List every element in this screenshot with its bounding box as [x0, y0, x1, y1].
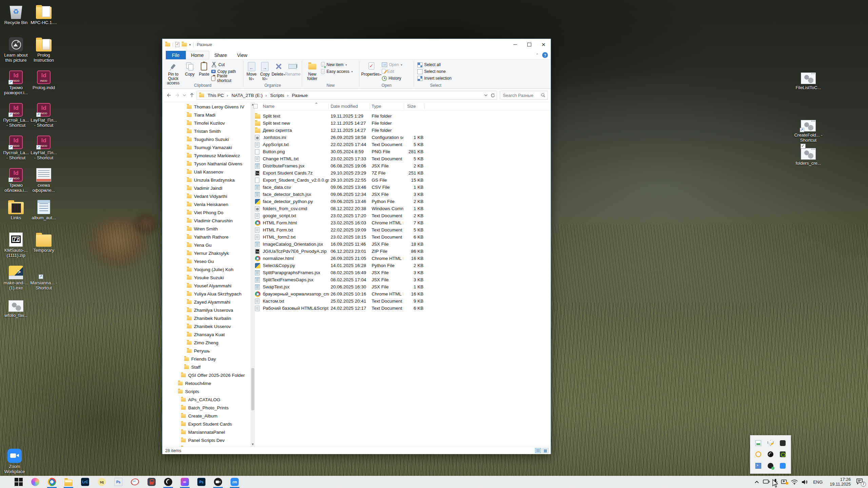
tray-overflow-icon[interactable]: [752, 460, 765, 471]
desktop-icon[interactable]: wfolio_fav...: [2, 295, 30, 327]
forward-button[interactable]: [174, 92, 181, 99]
tree-item[interactable]: Wren Smith: [162, 225, 251, 233]
refresh-icon[interactable]: [490, 93, 495, 98]
display-camera-tray-icon[interactable]: [763, 479, 770, 485]
paste-button[interactable]: Paste: [197, 61, 211, 77]
tree-item[interactable]: Staff: [162, 363, 251, 371]
file-row[interactable]: Select&Copy.py 14.01.2025 16:28 Python F…: [251, 262, 551, 269]
taskbar-icon[interactable]: zm: [229, 476, 240, 488]
column-header-date-modified[interactable]: Date modified: [331, 104, 358, 109]
taskbar-icon[interactable]: [46, 476, 58, 488]
edit-button[interactable]: Edit: [382, 69, 402, 74]
desktop-icon[interactable]: make-and-... (1).exe: [2, 262, 30, 295]
file-row[interactable]: SwapText.jsx 20.06.2025 16:30 JSX File 1…: [251, 284, 551, 291]
back-button[interactable]: [165, 92, 172, 99]
tree-item[interactable]: Sconday: [162, 444, 251, 447]
tree-item[interactable]: Yosuke Suzuki: [162, 273, 251, 282]
tree-item[interactable]: Export Student Cards: [162, 420, 251, 428]
large-icons-view-button[interactable]: [542, 448, 549, 453]
desktop-icon[interactable]: album_aut...: [30, 197, 58, 230]
column-header-type[interactable]: Type: [372, 104, 381, 109]
customize-qat-dropdown-icon[interactable]: ▾: [189, 43, 191, 46]
taskbar-icon[interactable]: ∞: [179, 476, 191, 488]
tray-overflow-icon[interactable]: [765, 449, 777, 460]
desktop-icon[interactable]: Трюмо обложка.i...: [2, 165, 30, 197]
file-row[interactable]: Button.png 30.05.2024 8:59 PNG File 281 …: [251, 148, 551, 156]
tree-item[interactable]: Tsumugi Yamazaki: [162, 143, 251, 151]
tree-item[interactable]: Yernur Zhaksylyk: [162, 249, 251, 257]
tree-item[interactable]: Venla Heiskanen: [162, 200, 251, 208]
tree-item[interactable]: Vladimir Charushin: [162, 217, 251, 225]
minimize-button[interactable]: [508, 39, 522, 50]
column-divider[interactable]: [424, 103, 425, 109]
tray-overflow-icon[interactable]: [765, 460, 777, 471]
tree-item[interactable]: Tiara Madi: [162, 111, 251, 119]
desktop-icon[interactable]: KMSauto-... (1111).zip: [2, 230, 30, 262]
desktop-icon[interactable]: Learn about this picture: [2, 35, 30, 67]
taskbar-icon[interactable]: Ps: [113, 476, 124, 488]
volume-tray-icon[interactable]: [801, 479, 808, 485]
tree-item[interactable]: Yuliya Alua Skrzhypach: [162, 290, 251, 298]
properties-qat-icon[interactable]: [175, 42, 179, 47]
microphone-tray-icon[interactable]: [773, 479, 778, 485]
collapse-ribbon-icon[interactable]: ⌃: [536, 53, 539, 57]
breadcrumb-segment[interactable]: Разные: [291, 93, 312, 98]
tree-item[interactable]: Yena Gu: [162, 241, 251, 249]
file-row[interactable]: Export Student Cards.7z 29.10.2025 23:29…: [251, 170, 551, 177]
tree-item[interactable]: Vadimir Jaindl: [162, 184, 251, 192]
tree-item[interactable]: Yoojung (Julie) Koh: [162, 265, 251, 273]
column-header-name[interactable]: Name: [263, 104, 275, 109]
invert-selection-button[interactable]: Invert selection: [417, 76, 452, 81]
file-row[interactable]: Split text new 12.11.2025 14:27 File fol…: [251, 120, 551, 127]
tray-overflow-icon[interactable]: [752, 449, 765, 460]
tree-item[interactable]: Viet Phong Do: [162, 208, 251, 217]
tree-item[interactable]: Zhansaya Kuat: [162, 330, 251, 339]
file-row[interactable]: google_script.txt 23.02.2025 17:20 Text …: [251, 212, 551, 220]
file-row[interactable]: HTML_form2.txt 23.02.2025 18:15 Text Doc…: [251, 234, 551, 241]
language-indicator[interactable]: ENG: [811, 480, 825, 485]
tray-overflow-icon[interactable]: [765, 438, 777, 449]
breadcrumb-segment[interactable]: NATA_2TB (E:): [230, 93, 268, 98]
properties-button[interactable]: Properties▾: [361, 61, 382, 77]
taskbar-icon[interactable]: [162, 476, 174, 488]
tray-overflow-icon[interactable]: [776, 438, 789, 449]
file-list-pane[interactable]: Name Date modified Type Size Split text: [251, 102, 551, 447]
tab-file[interactable]: File: [166, 51, 186, 59]
tree-item[interactable]: MarsiannataPanel: [162, 428, 251, 436]
tree-item[interactable]: Create_Album: [162, 412, 251, 420]
close-button[interactable]: ✕: [536, 39, 551, 50]
tree-item[interactable]: Thomas Leroy Givens IV: [162, 103, 251, 111]
file-row[interactable]: HTML Form.txt 22.02.2025 19:09 Text Docu…: [251, 227, 551, 234]
paste-shortcut-button[interactable]: Paste shortcut: [211, 76, 242, 81]
new-folder-button[interactable]: New folder: [303, 61, 321, 81]
file-row[interactable]: Демо скрипта 12.11.2025 14:27 File folde…: [251, 127, 551, 134]
desktop-icon-zoom-workplace[interactable]: Zoom Workplace: [1, 446, 28, 474]
file-row[interactable]: face_data.csv 09.06.2025 13:46 CSV File …: [251, 184, 551, 191]
tab-view[interactable]: View: [232, 51, 252, 59]
desktop-icon[interactable]: схема оформле...: [30, 165, 58, 197]
file-row[interactable]: SplitTextFramesGaps.jsx 08.02.2025 17:04…: [251, 277, 551, 284]
pin-to-quick-access-button[interactable]: Pin to Quick access: [164, 61, 183, 85]
file-row[interactable]: folders_from_csv.cmd 08.12.2022 20:38 Wi…: [251, 205, 551, 212]
tree-item[interactable]: Batch_Photo_Prints: [162, 404, 251, 412]
desktop-icon[interactable]: Temporary: [30, 230, 58, 262]
history-button[interactable]: History: [382, 76, 402, 81]
navigation-pane[interactable]: Thomas Leroy Givens IV Tiara Madi Timofe…: [162, 102, 251, 447]
tab-home[interactable]: Home: [186, 51, 209, 59]
recent-locations-dropdown-icon[interactable]: [182, 92, 187, 99]
tree-item[interactable]: Vedant Vidyarthi: [162, 192, 251, 200]
search-icon[interactable]: [541, 93, 546, 98]
tray-overflow-icon[interactable]: [752, 438, 765, 449]
new-item-button[interactable]: + New item▾: [321, 62, 353, 67]
tree-item[interactable]: Zhanibek Nurbalin: [162, 314, 251, 322]
desktop-icon[interactable]: Links: [2, 197, 30, 230]
desktop-icon[interactable]: FileListToC...: [789, 67, 828, 90]
file-row[interactable]: Рабочий базовый HTML&Script.txt 24.02.20…: [251, 305, 551, 312]
column-header-size[interactable]: Size: [404, 104, 423, 109]
address-dropdown-icon[interactable]: [484, 94, 488, 97]
easy-access-button[interactable]: Easy access▾: [321, 69, 353, 74]
up-button[interactable]: [188, 92, 195, 99]
file-row[interactable]: Кастом.txt 25.02.2025 20:41 Text Documen…: [251, 298, 551, 305]
tree-item[interactable]: Scripts: [162, 387, 251, 395]
tab-share[interactable]: Share: [209, 51, 232, 59]
